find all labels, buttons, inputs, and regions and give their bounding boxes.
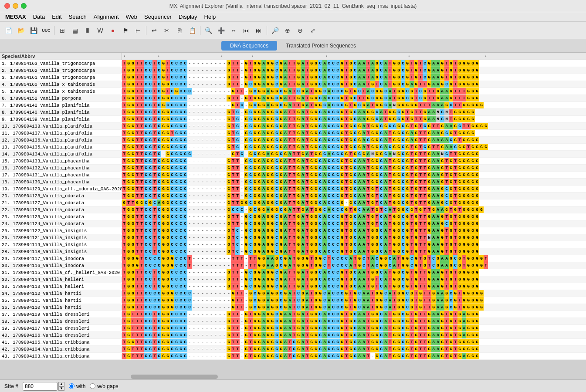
toolbar-copy[interactable]: ⎘	[174, 25, 185, 36]
maximize-button[interactable]	[21, 3, 27, 9]
species-cell: 27. 1789804119_Vanilla_insignis	[0, 242, 122, 247]
table-row: 22. 1789804126_Vanilla_odorataTGGTTCCTCG…	[0, 206, 586, 213]
sequence-cell: TGTTTCCTCGGCCCC---------GTT-GTGGAGGCGATC…	[122, 346, 586, 352]
toolbar-cut[interactable]: ✂	[161, 25, 173, 36]
main-area: Species/Abbrv • • • • • • • 1. 178980416…	[0, 53, 586, 379]
table-row: 11. 1789804137_Vanilla_planifoliaTGGTTCC…	[0, 130, 586, 137]
scrollbar-thumb[interactable]	[131, 375, 218, 379]
species-cell: 20. 1789804128_Vanilla_odorata	[0, 193, 122, 199]
table-row: 36. 1789804110_Vanilla_hartiiTGGTTCCCCGG…	[0, 304, 586, 311]
toolbar-paste[interactable]: 📋	[186, 25, 198, 36]
sequence-cell: TGGTTCCTCGGCCCC---------GTT-GCGGAGGCGATT…	[122, 186, 586, 192]
species-cell: 18. 1789804130_Vanilla_phaeantha	[0, 179, 122, 185]
menu-web[interactable]: Web	[122, 13, 141, 21]
toolbar-btn9[interactable]: ●	[107, 25, 119, 36]
window-buttons[interactable]	[4, 3, 27, 9]
minimize-button[interactable]	[13, 3, 18, 9]
sequence-cell: TGGTTCCTCGGCCCC---------GTT-GCGGAGGCGATT…	[122, 220, 586, 227]
sequence-area: Species/Abbrv • • • • • • • 1. 178980416…	[0, 53, 586, 374]
table-row: 37. 1789804109_Vanilla_dressleriTGTTTCCT…	[0, 311, 586, 318]
toolbar-sep-1	[54, 26, 54, 35]
species-cell: 23. 1789804125_Vanilla_odorata	[0, 214, 122, 220]
sequence-cell: TGGTTCCTCGGCCCC---------GTC-GCGGAGGCGATT…	[122, 144, 586, 150]
menu-display[interactable]: Display	[175, 13, 201, 21]
site-stepper[interactable]: ▲ ▼	[58, 382, 64, 391]
table-row: 13. 1789804135_Vanilla_planifoliaTGGTTCC…	[0, 144, 586, 151]
toolbar-btn7[interactable]: Ⅲ	[82, 25, 93, 36]
sequence-cell: TGGTTCCTCGGCCCC---------GTT-GCGGAGGCGATT…	[122, 213, 586, 220]
menu-search[interactable]: Search	[65, 13, 90, 21]
seq-header: Species/Abbrv • • • • • • •	[0, 53, 586, 60]
table-row: 39. 1789804107_Vanilla_dressleriTGTTTCCT…	[0, 325, 586, 332]
toolbar-add[interactable]: ➕	[215, 25, 227, 36]
horizontal-scrollbar[interactable]	[0, 374, 586, 379]
toolbar-btn10[interactable]: ⚑	[120, 25, 131, 36]
radio-without-input[interactable]	[90, 383, 95, 389]
toolbar-save[interactable]: 💾	[28, 25, 39, 36]
site-label: Site #	[4, 383, 18, 389]
site-input[interactable]	[23, 382, 58, 391]
table-row: 34. 1789804112_Vanilla_hartiiTGGTTCCCCGG…	[0, 290, 586, 297]
toolbar-prev[interactable]: ⏮	[240, 25, 252, 36]
table-row: 30. 1789804116_Vanilla_inodoraTGGGTCCCCG…	[0, 262, 586, 269]
toolbar-undo-code[interactable]: UUC	[41, 25, 52, 36]
sequence-cell: GTTGGCGCAGGCCCC---------GTTGGCGGAGGCGATT…	[122, 199, 586, 206]
sequence-cell: TGGTTCCTCGGCCCC---------GTT-GCGGAGGCGATT…	[122, 179, 586, 185]
sequence-cell: TGGTTCCTCGGCCCC---------GTT-GCGGAGGCGATT…	[122, 165, 586, 171]
species-cell: 39. 1789804107_Vanilla_dressleri	[0, 326, 122, 331]
species-cell: 38. 1789804108_Vanilla_dressleri	[0, 319, 122, 324]
toolbar-search[interactable]: 🔍	[203, 25, 214, 36]
sequence-cell: TGGTTCCTCGGCCCC---------GTT-GCGGAGGCGATT…	[122, 193, 586, 199]
toolbar-zoom-in[interactable]: ⊕	[282, 25, 293, 36]
species-cell: 3. 1789804161_Vanilla_trigonocarpa	[0, 75, 122, 80]
tab-dna[interactable]: DNA Sequences	[221, 41, 277, 51]
table-row: 4. 1789804160_Vanilla_x_tahitensisTGGTTC…	[0, 81, 586, 88]
toolbar-new[interactable]: 📄	[3, 25, 14, 36]
tab-protein[interactable]: Translated Protein Sequences	[277, 41, 365, 51]
sequence-cell: TGGTTCCTCGGCCCC---------GTT-GTGGAGGCGATT…	[122, 95, 586, 101]
menu-help[interactable]: Help	[201, 13, 220, 21]
close-button[interactable]	[4, 3, 10, 9]
sequence-cell: TGGTTCCTCGGCCCC---------GTC-GCGGAGGCGATT…	[122, 109, 586, 115]
species-cell: 33. 1789804113_Vanilla_helleri	[0, 284, 122, 289]
toolbar-zoom[interactable]: 🔎	[269, 25, 281, 36]
toolbar-open[interactable]: 📂	[15, 25, 27, 36]
radio-with-label: with	[76, 383, 85, 389]
toolbar-replace[interactable]: ↔	[228, 25, 239, 36]
toolbar-btn8[interactable]: W	[95, 25, 106, 36]
menu-megax[interactable]: MEGAX	[2, 13, 30, 21]
species-cell: 2. 1789804162_Vanilla_trigonocarpa	[0, 68, 122, 73]
toolbar-zoom-out[interactable]: ⊖	[295, 25, 306, 36]
toolbar-btn11[interactable]: ⊢	[132, 25, 144, 36]
stepper-up[interactable]: ▲	[58, 382, 64, 386]
sequence-cell: TGGTTCCTCGGCCCC---------GTT-GCGGAGGCGATT…	[122, 158, 586, 164]
toolbar-undo[interactable]: ↩	[149, 25, 160, 36]
sequence-scroll[interactable]: 1. 1789804163_Vanilla_trigonocarpaTGGTTC…	[0, 60, 586, 374]
species-cell: 40. 1789804106_Vanilla_dressleri	[0, 333, 122, 338]
table-row: 7. 1789804142_Vanilla_planifoliaTGGTTCCT…	[0, 102, 586, 109]
titlebar: MX: Alignment Explorer (Vanilla_internal…	[0, 0, 586, 12]
menu-alignment[interactable]: Alignment	[90, 13, 122, 21]
menu-edit[interactable]: Edit	[48, 13, 65, 21]
menu-sequencer[interactable]: Sequencer	[141, 13, 175, 21]
table-row: 27. 1789804119_Vanilla_insignisTGGTTCCTC…	[0, 241, 586, 248]
toolbar-zoom-fit[interactable]: ⤢	[307, 25, 318, 36]
site-input-wrap: ▲ ▼	[23, 382, 64, 391]
toolbar-btn5[interactable]: ⊞	[57, 25, 68, 36]
stepper-down[interactable]: ▼	[58, 386, 64, 391]
species-cell: 29. 1789804117_Vanilla_inodora	[0, 256, 122, 261]
table-row: 3. 1789804161_Vanilla_trigonocarpaTGGTTC…	[0, 74, 586, 81]
toolbar-next[interactable]: ⏭	[253, 25, 264, 36]
sequence-cell: TGGTTCCTCGCCCCC----------GTC-GCGGAGGCGAT…	[122, 102, 586, 108]
radio-with-input[interactable]	[69, 383, 75, 389]
species-cell: 30. 1789804116_Vanilla_inodora	[0, 263, 122, 268]
menu-data[interactable]: Data	[30, 13, 48, 21]
species-cell: 22. 1789804126_Vanilla_odorata	[0, 207, 122, 213]
toolbar-btn6[interactable]: ▤	[69, 25, 81, 36]
species-cell: 25. 1789804122_Vanilla_insignis	[0, 228, 122, 233]
table-row: 33. 1789804113_Vanilla_helleriTGGTTCCTCG…	[0, 283, 586, 290]
table-row: 8. 1789804140_Vanilla_planifoliaTGGTTCCT…	[0, 109, 586, 116]
table-row: 10. 1789804138_Vanilla_planifoliaTGGTTCC…	[0, 123, 586, 130]
table-row: 15. 1789804133_Vanilla_phaeanthaTGGTTCCT…	[0, 158, 586, 165]
sequence-cell: TGGTTCCTCGGCCCC---------GTT-GCGGAGGCGATT…	[122, 81, 586, 88]
